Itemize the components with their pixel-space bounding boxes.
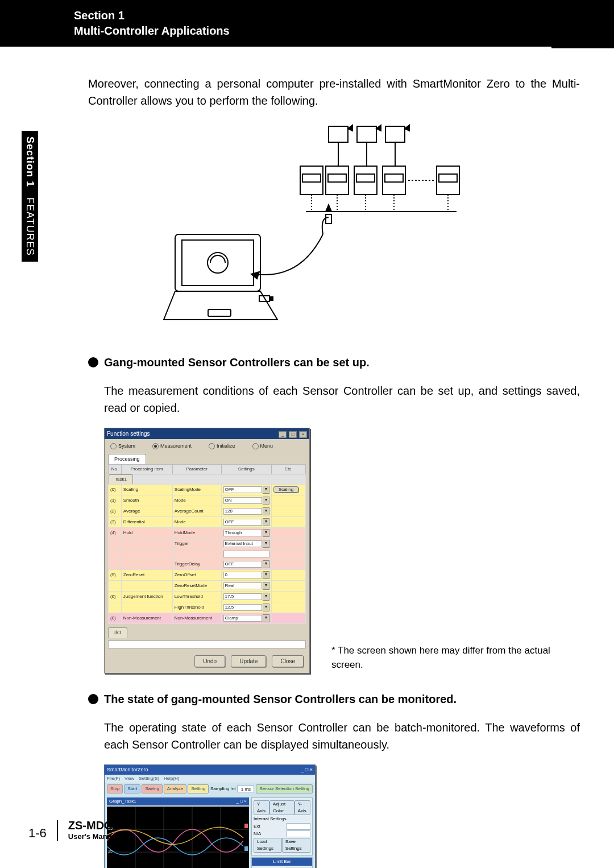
bullet-1-row: Gang-mounted Sensor Controllers can be s… [88,354,580,371]
header-line-1: Section 1 [74,8,551,23]
analyze-button[interactable]: Analyze [164,784,186,793]
dropdown-icon[interactable]: ▾ [263,571,269,579]
footer-model: ZS-MDC [68,819,118,832]
stop-button[interactable]: Stop [107,784,123,793]
close-icon[interactable]: × [299,431,307,438]
dropdown-icon[interactable]: ▾ [263,507,269,515]
col-param: Parameter [172,465,221,474]
footer-manual: User's Manual [68,832,118,841]
intro-paragraph: Moreover, connecting a personal computer… [88,75,580,109]
bullet-1-title: Gang-mounted Sensor Controllers can be s… [104,354,370,371]
col-etc: Etc. [271,465,305,474]
table-row[interactable]: (4)HoldHoldModeThrough▾ [109,528,306,539]
table-row[interactable]: (3)DifferentialModeOFF▾ [109,517,306,528]
table-row[interactable]: (6)Judgement functionLowThreshold17.5▾ [109,592,306,602]
row-tabs: Processing [105,454,309,465]
col-settings: Settings [221,465,271,474]
mode-initialize[interactable]: Initialize [209,443,235,450]
svg-rect-11 [302,174,321,182]
wave-titlebar: SmartMonitorZero _ □ × [105,765,315,775]
menu-setting[interactable]: Setting(S) [139,775,159,782]
plot-title: Graph_Task1 [109,798,136,805]
col-no: No. [109,465,122,474]
svg-rect-13 [356,174,375,182]
dropdown-icon[interactable]: ▾ [263,604,269,611]
undo-button[interactable]: Undo [194,655,225,667]
saving-button[interactable]: Saving [142,784,162,793]
mode-radio-group: System Measurement Initialize Menu [105,439,309,454]
bullet-2-title: The state of gang-mounted Sensor Control… [104,691,457,708]
table-row[interactable]: ZeroResetModeReal▾ [109,581,306,592]
dropdown-icon[interactable]: ▾ [263,529,269,537]
table-row[interactable]: (5)ZeroResetZeroOffset0▾ [109,570,306,581]
start-button[interactable]: Start [124,784,140,793]
table-row[interactable]: (0)ScalingScalingModeOFF▾Scaling [109,485,306,495]
dropdown-icon[interactable]: ▾ [263,582,269,590]
wave-menu: File(F) View Setting(S) Help(H) [105,775,315,783]
col-item: Processing item [121,465,172,474]
mode-menu[interactable]: Menu [252,443,273,450]
function-settings-figure: Function settings _ □ × System Measureme… [104,428,580,673]
tab-processing[interactable]: Processing [108,454,146,465]
menu-help[interactable]: Help(H) [164,775,180,782]
table-row[interactable]: (1)SmoothModeON▾ [109,495,306,506]
function-settings-dialog: Function settings _ □ × System Measureme… [104,428,310,673]
svg-rect-0 [329,126,348,142]
page-number: 1-6 [28,826,47,841]
waveform-figure: SmartMonitorZero _ □ × File(F) View Sett… [104,764,580,869]
dialog-titlebar: Function settings _ □ × [105,428,309,439]
sampling-value[interactable]: 1 ms [237,786,254,792]
svg-rect-2 [385,126,405,142]
section-header: Section 1 Multi-Controller Applications [0,0,551,47]
svg-rect-14 [385,174,403,182]
wave-toolbar: Stop Start Saving Analyze Setting Sampli… [105,783,315,795]
table-row[interactable]: TriggerDelayOFF▾ [109,559,306,570]
footer-divider [57,820,58,841]
page-black-corner [551,0,614,48]
bullet-2-para: The operating state of each Sensor Contr… [104,719,580,753]
subtab-task1[interactable]: Task1 [109,474,133,484]
mode-measurement[interactable]: Measurement [152,443,192,450]
bullet-dot-icon [88,694,98,704]
dropdown-icon[interactable]: ▾ [263,540,269,548]
update-button[interactable]: Update [231,655,266,667]
mode-system[interactable]: System [110,443,135,450]
waveform-window: SmartMonitorZero _ □ × File(F) View Sett… [104,764,316,869]
table-row[interactable] [109,549,306,559]
menu-view[interactable]: View [125,775,134,782]
bullet-2-row: The state of gang-mounted Sensor Control… [88,691,580,708]
dropdown-icon[interactable]: ▾ [263,486,269,494]
table-row[interactable]: (2)AverageAverageCount128▾ [109,506,306,517]
svg-rect-27 [208,309,231,316]
setting-button[interactable]: Setting [188,784,209,793]
dropdown-icon[interactable]: ▾ [263,593,269,601]
table-row[interactable]: TriggerExternal Input▾ [109,539,306,549]
svg-rect-12 [328,174,346,182]
side-tab: Section 1 FEATURES [22,131,38,262]
close-button[interactable]: Close [272,655,304,667]
dropdown-icon[interactable]: ▾ [263,560,269,568]
bullet-dot-icon [88,357,98,367]
svg-rect-25 [182,240,254,286]
panel-2: Limit Bar Auto Setup Interval [251,857,313,868]
table-row[interactable]: (0)Non-MeasurementNon-MeasurementClamp▾ [109,613,306,624]
figure-1-caption: * The screen shown here may differ from … [331,643,580,672]
sensor-selection-button[interactable]: Sensor Selection Setting [256,784,313,793]
svg-rect-23 [326,214,331,224]
tab-io[interactable]: I/O [108,627,127,638]
sampling-label: Sampling Int [210,786,235,792]
dropdown-icon[interactable]: ▾ [263,497,269,505]
settings-table: No. Processing item Parameter Settings E… [108,464,306,624]
maximize-icon[interactable]: □ [289,431,297,438]
yaxis-btn[interactable]: Y Axis [254,800,269,815]
svg-rect-1 [357,126,376,142]
menu-file[interactable]: File(F) [107,775,120,782]
minimize-icon[interactable]: _ [279,431,287,438]
dropdown-icon[interactable]: ▾ [263,518,269,526]
dialog-title: Function settings [107,429,150,438]
sidetab-b: FEATURES [24,197,36,256]
table-row[interactable]: HighThreshold12.5▾ [109,602,306,613]
dialog-button-row: Undo Update Close [105,651,309,673]
sidetab-a: Section 1 [24,137,36,187]
dropdown-icon[interactable]: ▾ [263,614,269,622]
